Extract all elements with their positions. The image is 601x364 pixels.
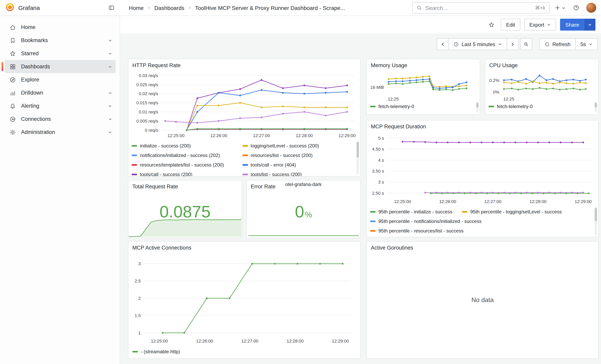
- cpu-usage-chart[interactable]: 0.2%0%12:25: [486, 69, 594, 100]
- time-forward-button[interactable]: [507, 38, 519, 50]
- legend-item[interactable]: 95th percentile - initialize - success: [370, 207, 452, 216]
- legend-label: 95th percentile - logging/setLevel - suc…: [470, 209, 562, 215]
- legend-item[interactable]: logging/setLevel - success (200): [242, 141, 343, 151]
- sidebar-item-label: Administration: [21, 129, 108, 135]
- sidebar-item-drilldown[interactable]: Drilldown: [5, 86, 116, 99]
- legend-item[interactable]: tools/list - success (200): [242, 170, 343, 176]
- share-dropdown-button[interactable]: [584, 19, 595, 31]
- dashboard-toolbar: Edit Export Share: [120, 16, 601, 33]
- sidebar-item-connections[interactable]: Connections: [5, 112, 116, 126]
- legend-label: tools/call - success (200): [140, 172, 192, 176]
- legend-swatch: [370, 230, 376, 232]
- refresh-interval-label: 5s: [581, 41, 586, 47]
- new-button[interactable]: [554, 2, 566, 13]
- memory-usage-chart[interactable]: 16 MiB12:25: [368, 69, 476, 100]
- refresh-icon: [544, 41, 550, 47]
- legend-item[interactable]: notifications/initialized - success (202…: [131, 151, 233, 160]
- chevron-down-icon[interactable]: [108, 117, 112, 121]
- bell-icon: [10, 103, 16, 109]
- legend-item[interactable]: resources/templates/list - success (200): [131, 160, 233, 170]
- sidebar-item-label: Bookmarks: [21, 37, 108, 43]
- panel-memory-usage: Memory Usage 16 MiB12:25 fetch-telemetry…: [367, 59, 480, 115]
- breadcrumb-item[interactable]: ToolHive MCP Server & Proxy Runner Dashb…: [195, 5, 345, 11]
- help-button[interactable]: [571, 2, 581, 13]
- legend-swatch: [242, 174, 248, 175]
- breadcrumb-item[interactable]: Home: [129, 5, 144, 11]
- share-button[interactable]: Share: [560, 19, 584, 31]
- chevron-down-icon[interactable]: [108, 104, 112, 108]
- mcp-request-duration-chart[interactable]: 5 s4.50 s4 s3.50 s3 s2.50 s12:25:0012:26…: [369, 132, 596, 205]
- star-icon: [10, 50, 16, 57]
- http-request-rate-chart[interactable]: 0 req/s0.005 req/s0.01 req/s0.015 req/s0…: [130, 70, 359, 139]
- panel-title[interactable]: Memory Usage: [371, 62, 407, 69]
- svg-text:1.5: 1.5: [135, 313, 141, 318]
- legend-item[interactable]: tools/call - error (404): [242, 160, 343, 170]
- legend-item[interactable]: 95th percentile - notifications/initiali…: [370, 216, 481, 226]
- sidebar-item-explore[interactable]: Explore: [5, 73, 116, 86]
- search-input[interactable]: [425, 5, 532, 11]
- favorite-star-button[interactable]: [486, 19, 497, 30]
- chevron-down-icon[interactable]: [108, 64, 112, 69]
- refresh-interval-picker[interactable]: 5s: [575, 38, 598, 50]
- chevron-down-icon[interactable]: [108, 130, 112, 135]
- error-rate-sparkline[interactable]: [248, 232, 359, 237]
- chevron-down-icon[interactable]: [108, 90, 112, 95]
- dock-sidebar-button[interactable]: [106, 2, 117, 13]
- gear-icon: [10, 129, 16, 135]
- chevron-down-icon[interactable]: [108, 51, 112, 56]
- panel-title[interactable]: HTTP Request Rate: [132, 62, 181, 69]
- panel-cpu-usage: CPU Usage 0.2%0%12:25 fetch-telemetry-0: [485, 59, 599, 115]
- time-back-button[interactable]: [437, 38, 449, 50]
- export-button[interactable]: Export: [524, 19, 556, 31]
- svg-text:12:25: 12:25: [503, 97, 514, 100]
- legend-swatch: [370, 106, 376, 107]
- sidebar-item-dashboards[interactable]: Dashboards: [5, 60, 116, 73]
- legend-item[interactable]: resources/list - success (200): [242, 151, 343, 160]
- panel-title[interactable]: Total Request Rate: [132, 184, 178, 190]
- chevron-down-icon[interactable]: [108, 38, 112, 43]
- grafana-logo[interactable]: [6, 3, 14, 13]
- legend-scrollbar[interactable]: [476, 102, 479, 112]
- legend-label: 95th percentile - notifications/initiali…: [378, 218, 481, 224]
- svg-text:12:27:00: 12:27:00: [484, 199, 501, 204]
- breadcrumb-item[interactable]: Dashboards: [154, 5, 184, 11]
- sidebar-item-home[interactable]: Home: [5, 21, 116, 34]
- edit-button[interactable]: Edit: [501, 19, 520, 31]
- legend-item[interactable]: 95th percentile - resources/templates/li…: [370, 236, 486, 237]
- svg-text:12:29:00: 12:29:00: [575, 199, 592, 204]
- bookmark-icon: [10, 37, 16, 43]
- legend-item[interactable]: 95th percentile - logging/setLevel - suc…: [462, 207, 562, 216]
- apps-icon: [10, 63, 16, 70]
- svg-text:3: 3: [138, 261, 141, 266]
- legend-scrollbar[interactable]: [595, 102, 597, 112]
- legend-item[interactable]: tools/call - success (200): [131, 170, 233, 176]
- sidebar-item-label: Connections: [21, 116, 108, 122]
- sidebar-item-bookmarks[interactable]: Bookmarks: [5, 34, 116, 47]
- search-box[interactable]: ⌘+k: [412, 2, 550, 13]
- legend-scrollbar[interactable]: [357, 141, 359, 175]
- legend-item[interactable]: initialize - success (200): [131, 141, 233, 151]
- mcp-active-connections-chart[interactable]: 11.522.5312:25:0012:26:0012:27:0012:28:0…: [130, 254, 357, 345]
- sidebar-item-alerting[interactable]: Alerting: [5, 99, 116, 112]
- zoom-out-button[interactable]: [520, 38, 532, 50]
- share-label: Share: [565, 22, 579, 28]
- refresh-button[interactable]: Refresh: [539, 38, 576, 50]
- legend-item[interactable]: 95th percentile - resources/list - succe…: [370, 226, 463, 236]
- panel-mcp-active-connections: MCP Active Connections 11.522.5312:25:00…: [128, 241, 361, 359]
- legend-item[interactable]: fetch-telemetry-0: [370, 102, 414, 111]
- panel-title[interactable]: MCP Request Duration: [371, 124, 426, 130]
- svg-text:12:26:00: 12:26:00: [196, 339, 213, 344]
- user-avatar[interactable]: [586, 3, 596, 13]
- sidebar-item-administration[interactable]: Administration: [5, 126, 116, 139]
- time-range-picker[interactable]: Last 5 minutes: [448, 38, 507, 50]
- panel-title[interactable]: CPU Usage: [489, 62, 518, 69]
- stat-value: 0.0875: [128, 204, 242, 220]
- panel-title[interactable]: MCP Active Connections: [132, 245, 191, 251]
- panel-active-goroutines: Active Goroutines No data: [367, 241, 599, 359]
- sidebar-item-starred[interactable]: Starred: [5, 47, 116, 60]
- legend-item[interactable]: - (streamable-http): [132, 347, 180, 356]
- legend-item[interactable]: fetch-telemetry-0: [489, 102, 533, 111]
- main-area: Edit Export Share: [120, 16, 601, 364]
- legend-scrollbar[interactable]: [595, 207, 597, 235]
- svg-text:12:28:00: 12:28:00: [287, 339, 304, 344]
